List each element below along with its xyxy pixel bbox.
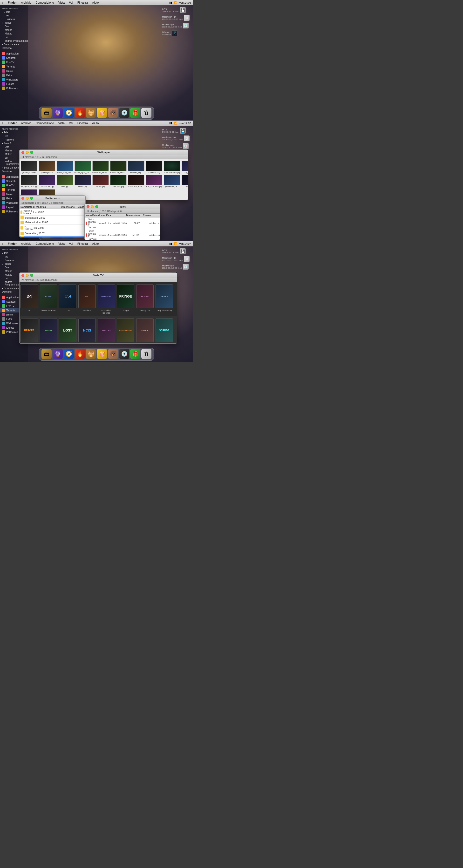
- disk-ixtx[interactable]: IXTX 5/5 CB, 43 CB liberi 💾: [161, 7, 190, 13]
- sidebar-item-marina[interactable]: Marina: [0, 28, 28, 32]
- dock-icon-basket[interactable]: 🧺: [86, 108, 96, 118]
- sidebar-nav-scaricati[interactable]: Scaricati: [0, 56, 28, 60]
- wp-thumb-01762[interactable]: 01762_lights_2560x1600.JPG: [74, 160, 91, 174]
- serietv-item-prison[interactable]: PRISON BREAKPrison Break: [116, 316, 135, 343]
- dock-3-marble[interactable]: 🔮: [53, 349, 63, 359]
- dock-3-torch[interactable]: 🔥: [75, 349, 85, 359]
- dock-icon-torch[interactable]: 🔥: [75, 108, 85, 118]
- wp-thumb-bamboo2[interactable]: BAMBOO_PRIDE2.jpg: [110, 160, 127, 174]
- menubar-finder[interactable]: Finder: [7, 1, 17, 4]
- menubar-finestra-3[interactable]: Finestra: [77, 242, 88, 245]
- menubar-apple-2[interactable]: : [2, 122, 4, 125]
- sidebar-nav-applicazioni[interactable]: Applicazioni: [0, 51, 28, 56]
- menubar-vai[interactable]: Vai: [68, 1, 73, 4]
- serietv-item-fastlane[interactable]: FASTFastlane: [78, 282, 97, 316]
- fisica-close-btn[interactable]: [87, 205, 89, 208]
- disk-macdesktop-2[interactable]: MacDimage232/6 CB, 1.2 CB liberi 💿: [161, 143, 190, 150]
- politecnico-file-list[interactable]: Nome Data di modifica Dimensione Classe …: [20, 205, 85, 237]
- menubar-aiuto[interactable]: Aiuto: [92, 1, 99, 4]
- sidebar-2-osa[interactable]: Osa: [0, 145, 28, 149]
- dock-3-popcorn[interactable]: 🍿: [97, 349, 107, 359]
- disk-macintosh[interactable]: Macintosh HD 239.63 CB, 1.2 CB liberi 🖥: [161, 14, 190, 21]
- wp-thumb-bamboo1[interactable]: BAMBOO_PRIDE.jpg: [92, 160, 109, 174]
- serietv-item-forbidden[interactable]: FORBIDDENForbidden Science: [97, 282, 116, 316]
- dock-3-safari[interactable]: 🧭: [64, 349, 74, 359]
- wallpaper-grid-container[interactable]: [Archivi] Colored [Archivi] Wood 01721_f…: [20, 159, 188, 200]
- fisica-min-btn[interactable]: [91, 205, 94, 208]
- dock-icon-gift[interactable]: 🎁: [130, 108, 140, 118]
- fisica-file-list[interactable]: Nome Data di modifica Dimensione Classe …: [85, 214, 160, 240]
- wp-thumb-cb10[interactable]: cb_wp10_3680.jpg: [21, 175, 38, 188]
- menubar-vista-2[interactable]: Vista: [58, 122, 65, 125]
- menubar-finder-2[interactable]: Finder: [7, 122, 17, 125]
- menubar-finder-3[interactable]: Finder: [7, 242, 17, 245]
- fisica-file-2[interactable]: Fisica Teorica - 1° Parzialevenerdì 13 N…: [85, 229, 160, 240]
- menubar-composizione[interactable]: Composizione: [35, 1, 55, 4]
- serietv-item-fringe[interactable]: FRINGEFringe: [116, 282, 135, 316]
- file-row-vecchie[interactable]: Vecchie Materielun, 23:07: [20, 209, 85, 216]
- disk-iphone[interactable]: iPhone Connesso 📱: [161, 30, 190, 37]
- serietv-close-btn[interactable]: [22, 274, 24, 277]
- wp-thumb-cavo[interactable]: CAVOPHOBIA.jpg: [163, 160, 181, 174]
- politecnico-max-btn[interactable]: [30, 197, 33, 199]
- dock-3-treasure[interactable]: 🗃: [41, 349, 52, 359]
- disk-macdesktop[interactable]: MacDimage 232/6 CB, 1.2 CB liberi 💿: [161, 22, 190, 29]
- disk-macintosh-3[interactable]: Macintosh HD239.63 CB, 1.2 CB liberi 🖥: [161, 255, 190, 262]
- wp-thumb-moc[interactable]: MOC.jpg: [181, 175, 188, 188]
- sidebar-nav-freetv[interactable]: FreeTV: [0, 60, 28, 64]
- dock-3-trash[interactable]: 🗑: [141, 349, 151, 359]
- wp-thumb-icecreams[interactable]: ICE_CREAMS.jpg: [146, 175, 163, 188]
- sidebar-item-tele[interactable]: ▸ Tele: [0, 10, 28, 14]
- menubar-composizione-2[interactable]: Composizione: [35, 122, 55, 125]
- wallpaper-max-btn[interactable]: [30, 151, 33, 154]
- sidebar-item-palmero[interactable]: Palmero: [0, 18, 28, 21]
- wp-thumb-films[interactable]: FILMS.jpg: [92, 175, 109, 188]
- dock-3-gift[interactable]: 🎁: [130, 349, 140, 359]
- menubar-vista-3[interactable]: Vista: [58, 242, 65, 245]
- dock-icon-treasure[interactable]: 🗃: [41, 108, 52, 118]
- wp-thumb-grinder[interactable]: GRINDER_1920x1200.jpg: [128, 175, 145, 188]
- menubar-finestra[interactable]: Finestra: [77, 1, 88, 4]
- sidebar-2-tes[interactable]: tes: [0, 134, 28, 138]
- fisica-max-btn[interactable]: [95, 205, 98, 208]
- serietv-item-bionic[interactable]: BIONICBionic Woman: [39, 282, 58, 316]
- sidebar-item-osa[interactable]: Osa: [0, 25, 28, 28]
- serietv-item-knight[interactable]: KNIGHTKnight Rider: [39, 316, 58, 343]
- menubar-finestra-2[interactable]: Finestra: [77, 122, 88, 125]
- wp-thumb-archived-color[interactable]: [Archivi] Colored: [21, 160, 38, 174]
- wp-thumb-forest[interactable]: FOREST.jpg: [110, 175, 127, 188]
- sidebar-2-palmero[interactable]: Palmero: [0, 138, 28, 142]
- serietv-item-ncis[interactable]: NCISNCIS: [78, 316, 97, 343]
- wp-thumb-carbon[interactable]: CARBON.png: [146, 160, 163, 174]
- serietv-max-btn[interactable]: [30, 274, 33, 277]
- wp-thumb-dal[interactable]: DAL.jpg: [56, 175, 73, 188]
- menubar-archivio-2[interactable]: Archivio: [21, 122, 32, 125]
- menubar-archivio-3[interactable]: Archivio: [21, 242, 32, 245]
- serietv-item-grey[interactable]: GREY'SGrey's Anatomy: [155, 282, 174, 316]
- file-row-matematica[interactable]: Matematicalun, 23:07: [20, 220, 85, 225]
- sidebar-nav-torrents[interactable]: Torrents: [0, 64, 28, 69]
- sidebar-3-tes[interactable]: tes: [0, 255, 28, 258]
- wp-thumb-archived-wood[interactable]: [Archivi] Wood: [38, 160, 56, 174]
- disk-macdesktop-3[interactable]: MacDimage232/6 CB, 1.2 CB liberi 💿: [161, 263, 190, 270]
- wallpaper-min-btn[interactable]: [26, 151, 29, 154]
- sidebar-item-matteo[interactable]: Matteo: [0, 32, 28, 35]
- serietv-item-niptuck[interactable]: NIP/TUCKNip/Tuck: [97, 316, 116, 343]
- menubar-vai-2[interactable]: Vai: [68, 122, 73, 125]
- fisica-file-1[interactable]: Fisica Teorica - 1° Parzialevenerdì 13 N…: [85, 217, 160, 229]
- dock-icon-bear[interactable]: 🐻: [108, 108, 118, 118]
- dock-3-basket[interactable]: 🧺: [86, 349, 96, 359]
- disk-ixtx-2[interactable]: IXTX5/5 CB, 43 CB liberi 💾: [161, 127, 190, 134]
- serietv-item-scrubs[interactable]: SCRUBSScrubs: [155, 316, 174, 343]
- wallpaper-close-btn[interactable]: [22, 151, 24, 154]
- menubar-composizione-3[interactable]: Composizione: [35, 242, 55, 245]
- sidebar-nav-politecnico[interactable]: Politecnico: [0, 86, 28, 90]
- sidebar-2-tele[interactable]: ▸ Tele: [0, 131, 28, 134]
- serietv-item-csi[interactable]: CSICSI: [58, 282, 78, 316]
- file-row-fisica[interactable]: Fisicalun, 23:07: [20, 236, 85, 237]
- dock-3-disk[interactable]: 💿: [119, 349, 129, 359]
- serietv-grid-container[interactable]: 2424 BIONICBionic Woman CSICSI FASTFastl…: [20, 282, 177, 343]
- sidebar-nav-wallpapers[interactable]: Wallpapers: [0, 78, 28, 82]
- disk-ixtx-3[interactable]: IXTX5/5 CB, 43 CB liberi 💾: [161, 248, 190, 255]
- dock-3-bear[interactable]: 🐻: [108, 349, 118, 359]
